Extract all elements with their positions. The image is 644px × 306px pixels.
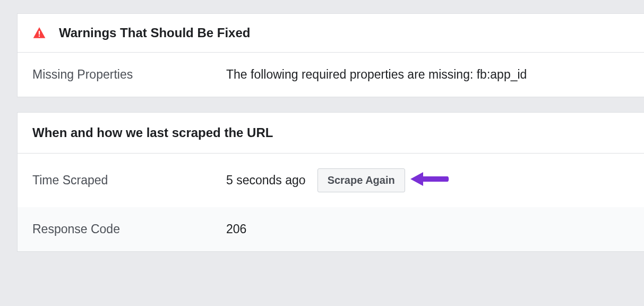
warnings-title: Warnings That Should Be Fixed bbox=[59, 26, 250, 40]
response-code-value: 206 bbox=[226, 222, 246, 236]
scrape-title: When and how we last scraped the URL bbox=[18, 113, 644, 154]
time-scraped-value: 5 seconds ago bbox=[226, 173, 306, 188]
warnings-panel-header: Warnings That Should Be Fixed bbox=[18, 14, 644, 53]
scrape-row-response-code: Response Code 206 bbox=[18, 207, 644, 251]
scrape-again-button[interactable]: Scrape Again bbox=[317, 168, 405, 192]
warnings-panel: Warnings That Should Be Fixed Missing Pr… bbox=[17, 13, 644, 97]
warning-icon bbox=[32, 26, 46, 40]
warning-label: Missing Properties bbox=[32, 67, 226, 82]
warning-value: The following required properties are mi… bbox=[226, 67, 527, 82]
scrape-row-time: Time Scraped 5 seconds ago Scrape Again bbox=[18, 154, 644, 207]
scrape-panel: When and how we last scraped the URL Tim… bbox=[17, 112, 644, 252]
svg-rect-1 bbox=[39, 36, 40, 37]
warning-row-missing-properties: Missing Properties The following require… bbox=[18, 53, 644, 97]
time-scraped-label: Time Scraped bbox=[32, 173, 226, 188]
svg-rect-0 bbox=[39, 31, 40, 35]
annotation-arrow-icon bbox=[408, 169, 450, 192]
response-code-label: Response Code bbox=[32, 222, 226, 236]
